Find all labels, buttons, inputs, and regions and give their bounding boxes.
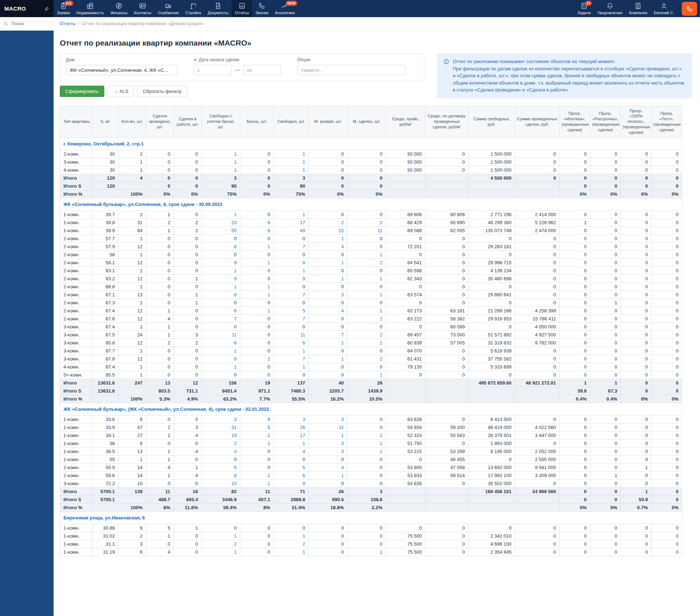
cell[interactable]: 15 xyxy=(309,227,347,235)
date-from-input[interactable] xyxy=(194,65,232,75)
cell[interactable]: 1 xyxy=(347,251,386,259)
cell[interactable]: 9 xyxy=(202,355,240,363)
search-input[interactable] xyxy=(11,21,50,27)
cell[interactable]: 2 xyxy=(240,432,274,440)
nav-item-documents[interactable]: Документы xyxy=(205,0,232,17)
nav-item-construction[interactable]: Стройка xyxy=(182,0,205,17)
cell[interactable]: 1 xyxy=(309,275,347,283)
date-to-input[interactable] xyxy=(243,65,281,75)
cell[interactable]: 2 xyxy=(347,259,386,267)
cell[interactable]: 11 xyxy=(274,331,309,339)
cell[interactable]: 2 xyxy=(274,540,309,548)
cell[interactable]: 1 xyxy=(202,166,240,174)
cell[interactable]: 1 xyxy=(309,259,347,267)
cell[interactable]: 1 xyxy=(202,267,240,275)
nav-item-reports[interactable]: Отчёты xyxy=(232,0,252,17)
nav-item-notifications[interactable]: Уведомления xyxy=(594,0,626,17)
cell[interactable]: 1 xyxy=(309,355,347,363)
cell[interactable]: 9 xyxy=(202,275,240,283)
cell[interactable]: 2 xyxy=(202,540,240,548)
nav-item-calls[interactable]: Звонки xyxy=(252,0,272,17)
cell[interactable]: 2 xyxy=(240,472,274,480)
cell[interactable]: 4 xyxy=(202,448,240,456)
cell[interactable]: 1 xyxy=(347,307,386,315)
cell[interactable]: 5 xyxy=(240,424,274,432)
cell[interactable]: 19 xyxy=(202,432,240,440)
cell[interactable]: 1 xyxy=(240,283,274,291)
cell[interactable]: 1 xyxy=(347,291,386,299)
cell[interactable]: 1 xyxy=(309,432,347,440)
cell[interactable]: 17 xyxy=(274,432,309,440)
cell[interactable]: 3 xyxy=(309,448,347,456)
cell[interactable]: 1 xyxy=(240,440,274,448)
cell[interactable]: 6 xyxy=(202,339,240,347)
cell[interactable]: 8 xyxy=(202,472,240,480)
cell[interactable]: 3 xyxy=(309,440,347,448)
cell[interactable]: 1 xyxy=(240,259,274,267)
cell[interactable]: 31 xyxy=(202,424,240,432)
cell[interactable]: 1 xyxy=(274,347,309,355)
call-button[interactable] xyxy=(682,2,697,16)
cell[interactable]: 9 xyxy=(202,259,240,267)
cell[interactable]: 4 xyxy=(309,243,347,251)
cell[interactable]: 7 xyxy=(274,355,309,363)
cell[interactable]: 17 xyxy=(274,219,309,227)
options-input[interactable] xyxy=(297,65,405,75)
app-logo[interactable]: MACRO xyxy=(0,0,54,17)
cell[interactable]: 23 xyxy=(202,219,240,227)
sidebar-search[interactable] xyxy=(0,17,54,31)
cell[interactable]: 6 xyxy=(202,307,240,315)
cell[interactable]: 7 xyxy=(274,315,309,323)
section-title[interactable]: г. Кемерово, Октябрьский, 2, стр.1 xyxy=(60,138,682,150)
cell[interactable]: 11 xyxy=(309,424,347,432)
nav-item-finance[interactable]: Финансы xyxy=(107,0,131,17)
cell[interactable]: 4 xyxy=(274,448,309,456)
cell[interactable]: 1 xyxy=(240,480,274,488)
cell[interactable]: 3 xyxy=(309,291,347,299)
cell[interactable]: 5 xyxy=(202,464,240,472)
cell[interactable]: 2 xyxy=(309,219,347,227)
cell[interactable]: 1 xyxy=(347,275,386,283)
cell[interactable]: 1 xyxy=(274,548,309,556)
cell[interactable]: 2 xyxy=(347,355,386,363)
cell[interactable]: 1 xyxy=(202,150,240,158)
generate-report-button[interactable]: Сформировать xyxy=(60,86,104,97)
nav-item-realty[interactable]: Недвижимость xyxy=(73,0,108,17)
cell[interactable]: 9 xyxy=(274,275,309,283)
cell[interactable]: 3 xyxy=(202,416,240,424)
cell[interactable]: 1 xyxy=(309,339,347,347)
cell[interactable]: 2 xyxy=(240,355,274,363)
cell[interactable]: 1 xyxy=(274,267,309,275)
nav-item-contacts[interactable]: Контакты xyxy=(131,0,155,17)
cell[interactable]: 26 xyxy=(274,424,309,432)
cell[interactable]: 3 xyxy=(274,416,309,424)
cell[interactable]: 1 xyxy=(274,532,309,540)
section-title[interactable]: Березовая роща, ул.Ивановская, 6 xyxy=(60,512,682,524)
nav-item-tasks[interactable]: Задачи17 xyxy=(574,0,594,17)
cell[interactable]: 1 xyxy=(274,158,309,166)
cell[interactable]: 1 xyxy=(202,211,240,219)
cell[interactable]: 1 xyxy=(202,347,240,355)
cell[interactable]: 1 xyxy=(202,283,240,291)
nav-item-user[interactable]: Евгений С. xyxy=(651,0,678,17)
cell[interactable]: 1 xyxy=(347,339,386,347)
cell[interactable]: 1 xyxy=(202,158,240,166)
cell[interactable]: 1 xyxy=(274,166,309,174)
cell[interactable]: 4 xyxy=(309,307,347,315)
cell[interactable]: 1 xyxy=(240,291,274,299)
cell[interactable]: 49 xyxy=(274,227,309,235)
cell[interactable]: 1 xyxy=(347,548,386,556)
cell[interactable]: 1 xyxy=(202,532,240,540)
cell[interactable]: 6 xyxy=(240,227,274,235)
cell[interactable]: 10 xyxy=(202,480,240,488)
cell[interactable]: 1 xyxy=(347,440,386,448)
breadcrumb-link-reports[interactable]: Отчеты xyxy=(60,21,75,26)
nav-item-company[interactable]: Компания xyxy=(626,0,650,17)
cell[interactable]: 1 xyxy=(202,363,240,371)
nav-item-analytics[interactable]: АналитикаNEW xyxy=(272,0,298,17)
cell[interactable]: 9 xyxy=(274,480,309,488)
cell[interactable]: 5 xyxy=(274,307,309,315)
cell[interactable]: 7 xyxy=(274,243,309,251)
cell[interactable]: 2 xyxy=(202,440,240,448)
cell[interactable]: 8 xyxy=(202,291,240,299)
